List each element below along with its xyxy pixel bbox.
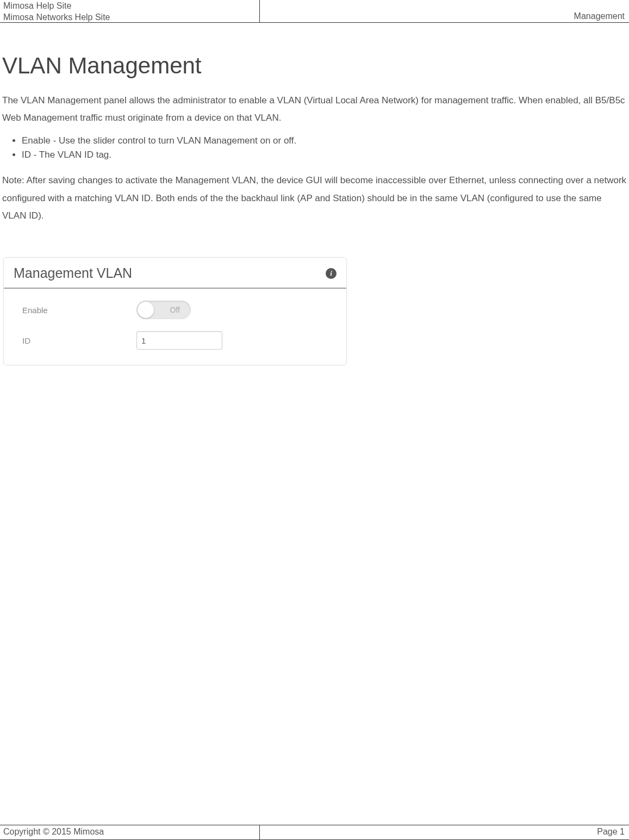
list-item: ID - The VLAN ID tag. — [22, 148, 627, 162]
note-paragraph: Note: After saving changes to activate t… — [2, 172, 627, 225]
page-header: Mimosa Help Site Mimosa Networks Help Si… — [0, 0, 629, 23]
enable-label: Enable — [22, 306, 136, 315]
intro-paragraph: The VLAN Management panel allows the adm… — [2, 92, 627, 127]
panel-body: Enable Off ID — [4, 289, 346, 365]
management-vlan-panel: Management VLAN i Enable Off ID — [3, 257, 347, 365]
header-title-1: Mimosa Help Site — [3, 1, 256, 12]
header-title-2: Mimosa Networks Help Site — [3, 12, 256, 23]
page-title: VLAN Management — [2, 53, 627, 79]
info-icon[interactable]: i — [326, 268, 337, 279]
page-footer: Copyright © 2015 Mimosa Page 1 — [0, 825, 629, 840]
footer-copyright: Copyright © 2015 Mimosa — [0, 825, 260, 839]
enable-row: Enable Off — [22, 301, 337, 319]
bullet-list: Enable - Use the slider control to turn … — [22, 134, 627, 163]
toggle-state-text: Off — [170, 306, 180, 314]
id-row: ID — [22, 331, 337, 350]
header-left-block: Mimosa Help Site Mimosa Networks Help Si… — [0, 0, 260, 22]
toggle-knob-icon — [138, 302, 154, 318]
header-section-label: Management — [260, 0, 629, 22]
list-item: Enable - Use the slider control to turn … — [22, 134, 627, 148]
id-label: ID — [22, 336, 136, 345]
panel-title: Management VLAN — [14, 265, 132, 281]
main-content: VLAN Management The VLAN Management pane… — [0, 23, 629, 365]
footer-page-number: Page 1 — [260, 825, 629, 839]
id-input[interactable] — [136, 331, 222, 350]
panel-header: Management VLAN i — [4, 258, 346, 289]
enable-toggle[interactable]: Off — [136, 301, 191, 319]
